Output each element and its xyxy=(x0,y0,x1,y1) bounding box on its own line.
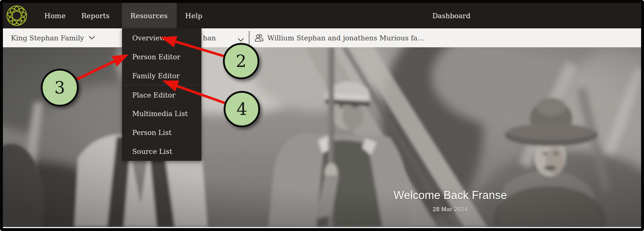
menu-item-person-editor[interactable]: Person Editor xyxy=(122,47,201,66)
menu-item-multimedia-list[interactable]: Multimedia List xyxy=(122,104,201,123)
menu-item-place-editor[interactable]: Place Editor xyxy=(122,85,201,104)
toolbar-divider xyxy=(249,31,250,45)
active-family-field[interactable]: Willium Stephan and jonathens Murious fa… xyxy=(267,28,424,47)
menu-item-source-list[interactable]: Source List xyxy=(122,142,201,161)
chevron-down-icon xyxy=(238,38,244,42)
resources-dropdown-menu: Overview Person Editor Family Editor Pla… xyxy=(122,28,201,161)
nav-item-help[interactable]: Help xyxy=(185,3,202,28)
nav-item-resources[interactable]: Resources xyxy=(130,3,168,28)
people-icon xyxy=(254,33,264,43)
welcome-message: Welcome Back Franse xyxy=(393,189,507,202)
family-tree-selector[interactable]: King Stephan Family xyxy=(11,28,95,47)
app-logo[interactable] xyxy=(6,5,27,26)
welcome-date: 28 Mar 2024 xyxy=(433,206,468,213)
menu-item-person-list[interactable]: Person List xyxy=(122,123,201,142)
hero-bottom-edge xyxy=(3,227,641,228)
family-tree-selector-value: King Stephan Family xyxy=(11,34,84,42)
nav-item-home[interactable]: Home xyxy=(44,3,66,28)
app-window: Welcome Back Franse 28 Mar 2024 Home Rep… xyxy=(0,0,644,231)
person-selector-truncated[interactable]: han xyxy=(203,28,216,47)
menu-item-family-editor[interactable]: Family Editor xyxy=(122,66,201,85)
callout-circle-3: 3 xyxy=(41,69,79,107)
callout-circle-2: 2 xyxy=(223,43,259,79)
chevron-down-icon xyxy=(89,36,95,40)
hero-photo xyxy=(3,47,641,227)
secondary-toolbar: King Stephan Family han Willium Stephan … xyxy=(3,28,641,47)
miners-photo-illustration xyxy=(3,47,641,227)
person-selector-chevron[interactable] xyxy=(238,36,244,43)
callout-circle-4: 4 xyxy=(224,91,260,127)
nav-item-reports[interactable]: Reports xyxy=(81,3,110,28)
gem-logo-icon xyxy=(6,5,27,26)
top-navbar: Home Reports Resources Help Dashboard xyxy=(3,3,641,28)
menu-item-overview[interactable]: Overview xyxy=(122,28,201,47)
dashboard-link[interactable]: Dashboard xyxy=(432,3,471,28)
